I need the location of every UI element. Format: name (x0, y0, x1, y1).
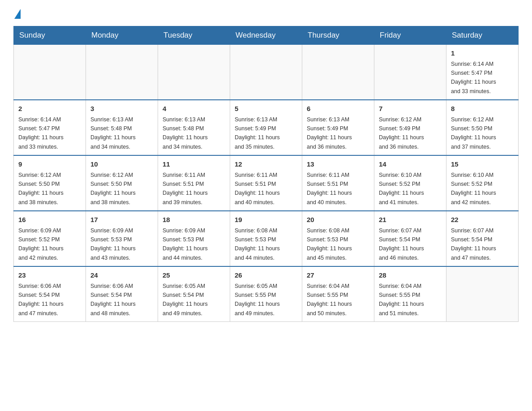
day-of-week-header: Saturday (446, 26, 519, 45)
day-number: 21 (379, 215, 442, 225)
day-number: 23 (18, 270, 81, 281)
day-number: 5 (235, 104, 297, 114)
day-of-week-header: Sunday (14, 26, 86, 45)
logo-triangle-icon (14, 9, 21, 19)
day-number: 13 (307, 159, 369, 170)
day-info: Sunrise: 6:10 AM Sunset: 5:52 PM Dayligh… (451, 172, 496, 206)
calendar-day-cell: 25Sunrise: 6:05 AM Sunset: 5:54 PM Dayli… (158, 266, 230, 322)
day-info: Sunrise: 6:14 AM Sunset: 5:47 PM Dayligh… (451, 61, 496, 94)
calendar-day-cell: 19Sunrise: 6:08 AM Sunset: 5:53 PM Dayli… (230, 211, 302, 266)
day-of-week-header: Thursday (302, 26, 374, 45)
day-of-week-header: Tuesday (158, 26, 230, 45)
day-number: 25 (163, 270, 225, 281)
calendar-day-cell: 5Sunrise: 6:13 AM Sunset: 5:49 PM Daylig… (230, 100, 302, 155)
day-number: 26 (235, 270, 297, 281)
page-header (13, 9, 519, 17)
day-info: Sunrise: 6:12 AM Sunset: 5:50 PM Dayligh… (18, 172, 64, 206)
day-info: Sunrise: 6:13 AM Sunset: 5:48 PM Dayligh… (163, 116, 208, 150)
calendar-day-cell (86, 45, 158, 100)
day-info: Sunrise: 6:07 AM Sunset: 5:54 PM Dayligh… (379, 227, 424, 261)
logo (13, 9, 21, 17)
calendar-week-row: 1Sunrise: 6:14 AM Sunset: 5:47 PM Daylig… (14, 45, 519, 100)
calendar-day-cell: 23Sunrise: 6:06 AM Sunset: 5:54 PM Dayli… (14, 266, 86, 322)
day-info: Sunrise: 6:11 AM Sunset: 5:51 PM Dayligh… (235, 172, 280, 206)
day-number: 24 (90, 270, 153, 281)
calendar-day-cell: 16Sunrise: 6:09 AM Sunset: 5:52 PM Dayli… (14, 211, 86, 266)
calendar-day-cell (302, 45, 374, 100)
day-number: 16 (18, 215, 81, 225)
calendar-day-cell (14, 45, 86, 100)
day-info: Sunrise: 6:11 AM Sunset: 5:51 PM Dayligh… (163, 172, 208, 206)
day-info: Sunrise: 6:12 AM Sunset: 5:49 PM Dayligh… (379, 116, 424, 150)
calendar-day-cell: 22Sunrise: 6:07 AM Sunset: 5:54 PM Dayli… (446, 211, 519, 266)
day-info: Sunrise: 6:04 AM Sunset: 5:55 PM Dayligh… (379, 283, 424, 317)
day-number: 11 (163, 159, 225, 170)
day-number: 12 (235, 159, 297, 170)
day-info: Sunrise: 6:08 AM Sunset: 5:53 PM Dayligh… (235, 227, 280, 261)
day-info: Sunrise: 6:13 AM Sunset: 5:49 PM Dayligh… (235, 116, 280, 150)
day-number: 19 (235, 215, 297, 225)
day-number: 2 (18, 104, 81, 114)
day-number: 7 (379, 104, 442, 114)
calendar-day-cell: 15Sunrise: 6:10 AM Sunset: 5:52 PM Dayli… (446, 155, 519, 211)
day-number: 22 (451, 215, 514, 225)
day-number: 10 (90, 159, 153, 170)
day-number: 28 (379, 270, 442, 281)
calendar-day-cell (158, 45, 230, 100)
calendar-week-row: 16Sunrise: 6:09 AM Sunset: 5:52 PM Dayli… (14, 211, 519, 266)
day-info: Sunrise: 6:05 AM Sunset: 5:55 PM Dayligh… (235, 283, 280, 317)
day-info: Sunrise: 6:09 AM Sunset: 5:52 PM Dayligh… (18, 227, 64, 261)
day-info: Sunrise: 6:13 AM Sunset: 5:48 PM Dayligh… (90, 116, 136, 150)
day-info: Sunrise: 6:06 AM Sunset: 5:54 PM Dayligh… (18, 283, 64, 317)
calendar-week-row: 23Sunrise: 6:06 AM Sunset: 5:54 PM Dayli… (14, 266, 519, 322)
calendar-header-row: SundayMondayTuesdayWednesdayThursdayFrid… (14, 26, 519, 45)
day-of-week-header: Monday (86, 26, 158, 45)
day-of-week-header: Wednesday (230, 26, 302, 45)
day-number: 20 (307, 215, 369, 225)
day-info: Sunrise: 6:05 AM Sunset: 5:54 PM Dayligh… (163, 283, 208, 317)
day-number: 8 (451, 104, 514, 114)
calendar-day-cell: 8Sunrise: 6:12 AM Sunset: 5:50 PM Daylig… (446, 100, 519, 155)
calendar-week-row: 9Sunrise: 6:12 AM Sunset: 5:50 PM Daylig… (14, 155, 519, 211)
calendar-day-cell: 14Sunrise: 6:10 AM Sunset: 5:52 PM Dayli… (374, 155, 446, 211)
day-number: 27 (307, 270, 369, 281)
day-number: 18 (163, 215, 225, 225)
day-number: 17 (90, 215, 153, 225)
calendar-day-cell: 11Sunrise: 6:11 AM Sunset: 5:51 PM Dayli… (158, 155, 230, 211)
calendar-day-cell (230, 45, 302, 100)
day-number: 15 (451, 159, 514, 170)
day-info: Sunrise: 6:04 AM Sunset: 5:55 PM Dayligh… (307, 283, 352, 317)
calendar-day-cell: 27Sunrise: 6:04 AM Sunset: 5:55 PM Dayli… (302, 266, 374, 322)
calendar-day-cell: 4Sunrise: 6:13 AM Sunset: 5:48 PM Daylig… (158, 100, 230, 155)
calendar-day-cell: 12Sunrise: 6:11 AM Sunset: 5:51 PM Dayli… (230, 155, 302, 211)
day-number: 3 (90, 104, 153, 114)
calendar-day-cell: 13Sunrise: 6:11 AM Sunset: 5:51 PM Dayli… (302, 155, 374, 211)
calendar-day-cell: 17Sunrise: 6:09 AM Sunset: 5:53 PM Dayli… (86, 211, 158, 266)
calendar-day-cell: 3Sunrise: 6:13 AM Sunset: 5:48 PM Daylig… (86, 100, 158, 155)
day-of-week-header: Friday (374, 26, 446, 45)
day-number: 14 (379, 159, 442, 170)
day-info: Sunrise: 6:12 AM Sunset: 5:50 PM Dayligh… (451, 116, 496, 150)
day-number: 1 (451, 48, 514, 59)
calendar-table: SundayMondayTuesdayWednesdayThursdayFrid… (13, 26, 519, 322)
day-info: Sunrise: 6:11 AM Sunset: 5:51 PM Dayligh… (307, 172, 352, 206)
calendar-day-cell: 28Sunrise: 6:04 AM Sunset: 5:55 PM Dayli… (374, 266, 446, 322)
day-info: Sunrise: 6:07 AM Sunset: 5:54 PM Dayligh… (451, 227, 496, 261)
calendar-day-cell: 10Sunrise: 6:12 AM Sunset: 5:50 PM Dayli… (86, 155, 158, 211)
calendar-day-cell: 2Sunrise: 6:14 AM Sunset: 5:47 PM Daylig… (14, 100, 86, 155)
calendar-day-cell: 1Sunrise: 6:14 AM Sunset: 5:47 PM Daylig… (446, 45, 519, 100)
day-info: Sunrise: 6:06 AM Sunset: 5:54 PM Dayligh… (90, 283, 136, 317)
calendar-day-cell: 18Sunrise: 6:09 AM Sunset: 5:53 PM Dayli… (158, 211, 230, 266)
calendar-day-cell (374, 45, 446, 100)
day-number: 9 (18, 159, 81, 170)
day-info: Sunrise: 6:08 AM Sunset: 5:53 PM Dayligh… (307, 227, 352, 261)
day-info: Sunrise: 6:09 AM Sunset: 5:53 PM Dayligh… (90, 227, 136, 261)
calendar-day-cell: 24Sunrise: 6:06 AM Sunset: 5:54 PM Dayli… (86, 266, 158, 322)
day-info: Sunrise: 6:09 AM Sunset: 5:53 PM Dayligh… (163, 227, 208, 261)
calendar-day-cell: 9Sunrise: 6:12 AM Sunset: 5:50 PM Daylig… (14, 155, 86, 211)
calendar-day-cell: 26Sunrise: 6:05 AM Sunset: 5:55 PM Dayli… (230, 266, 302, 322)
calendar-day-cell (446, 266, 519, 322)
day-info: Sunrise: 6:14 AM Sunset: 5:47 PM Dayligh… (18, 116, 64, 150)
day-info: Sunrise: 6:10 AM Sunset: 5:52 PM Dayligh… (379, 172, 424, 206)
day-info: Sunrise: 6:12 AM Sunset: 5:50 PM Dayligh… (90, 172, 136, 206)
